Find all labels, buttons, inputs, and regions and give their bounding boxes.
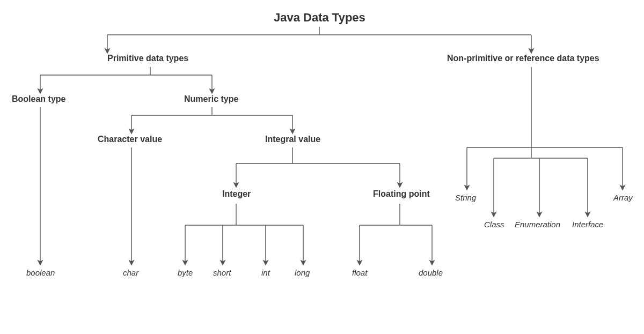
leaf-int: int <box>261 268 270 277</box>
leaf-byte: byte <box>178 268 193 277</box>
node-numeric-type: Numeric type <box>184 94 238 104</box>
leaf-long: long <box>295 268 310 277</box>
leaf-float: float <box>352 268 367 277</box>
node-nonprimitive: Non-primitive or reference data types <box>447 54 599 63</box>
node-floating-point: Floating point <box>373 189 430 199</box>
node-boolean-type: Boolean type <box>12 94 65 104</box>
leaf-short: short <box>213 268 231 277</box>
leaf-array: Array <box>613 193 633 202</box>
leaf-char: char <box>123 268 138 277</box>
node-integral-value: Integral value <box>265 135 320 144</box>
leaf-string: String <box>455 193 476 202</box>
title: Java Data Types <box>274 11 365 25</box>
leaf-double: double <box>419 268 443 277</box>
node-primitive: Primitive data types <box>107 54 188 63</box>
node-character-value: Character value <box>98 135 162 144</box>
leaf-class: Class <box>484 220 504 229</box>
diagram-canvas: Java Data Types Primitive data types Non… <box>0 0 644 334</box>
node-integer: Integer <box>222 189 251 199</box>
diagram-lines <box>0 0 644 334</box>
leaf-enumeration: Enumeration <box>515 220 560 229</box>
leaf-interface: Interface <box>572 220 603 229</box>
leaf-boolean: boolean <box>26 268 55 277</box>
